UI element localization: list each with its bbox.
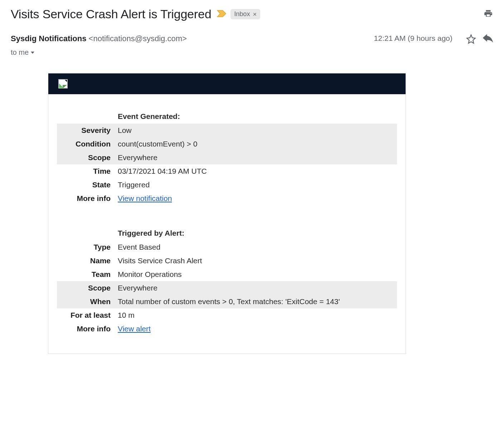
email-subject: Visits Service Crash Alert is Triggered — [11, 7, 211, 21]
event-moreinfo-row: More info View notification — [57, 192, 397, 205]
name-row: Name Visits Service Crash Alert — [57, 254, 397, 268]
event-more-label: More info — [57, 192, 114, 205]
email-time: 12:21 AM (9 hours ago) — [374, 34, 452, 43]
view-alert-link[interactable]: View alert — [118, 325, 151, 333]
print-icon[interactable] — [483, 9, 493, 20]
sender-email: <notifications@sysdig.com> — [89, 34, 187, 43]
alert-more-label: More info — [57, 322, 114, 336]
foratleast-label: For at least — [57, 308, 114, 322]
to-text: to me — [11, 48, 29, 57]
email-header: Visits Service Crash Alert is Triggered … — [11, 7, 493, 21]
broken-image-icon — [58, 79, 68, 88]
state-value: Triggered — [114, 178, 397, 192]
severity-value: Low — [114, 124, 397, 137]
foratleast-row: For at least 10 m — [57, 308, 397, 322]
sender-row: Sysdig Notifications <notifications@sysd… — [11, 34, 493, 45]
inbox-label[interactable]: Inbox × — [231, 9, 260, 19]
when-label: When — [57, 295, 114, 308]
event-scope-label: Scope — [57, 151, 114, 164]
condition-value: count(customEvent) > 0 — [114, 137, 397, 151]
email-body: Event Generated: Severity Low Condition … — [48, 73, 406, 354]
event-scope-row: Scope Everywhere — [57, 151, 397, 164]
alert-scope-row: Scope Everywhere — [57, 281, 397, 295]
chevron-down-icon — [31, 52, 34, 54]
alert-scope-label: Scope — [57, 281, 114, 295]
when-value: Total number of custom events > 0, Text … — [114, 295, 397, 308]
severity-label: Severity — [57, 124, 114, 137]
email-banner — [48, 73, 406, 94]
star-icon[interactable] — [466, 34, 476, 45]
inbox-label-text: Inbox — [234, 10, 250, 18]
view-notification-link[interactable]: View notification — [118, 194, 172, 202]
event-scope-value: Everywhere — [114, 151, 397, 164]
when-row: When Total number of custom events > 0, … — [57, 295, 397, 308]
event-heading-row: Event Generated: — [57, 109, 397, 124]
important-marker-icon[interactable] — [217, 10, 227, 19]
type-value: Event Based — [114, 240, 397, 254]
state-label: State — [57, 178, 114, 192]
type-label: Type — [57, 240, 114, 254]
time-value: 03/17/2021 04:19 AM UTC — [114, 164, 397, 178]
time-row: Time 03/17/2021 04:19 AM UTC — [57, 164, 397, 178]
condition-label: Condition — [57, 137, 114, 151]
type-row: Type Event Based — [57, 240, 397, 254]
sender-line: Sysdig Notifications <notifications@sysd… — [11, 34, 187, 43]
foratleast-value: 10 m — [114, 308, 397, 322]
event-heading: Event Generated: — [114, 109, 397, 124]
to-line[interactable]: to me — [11, 48, 493, 57]
sender-name[interactable]: Sysdig Notifications — [11, 34, 86, 43]
alert-table: Event Generated: Severity Low Condition … — [57, 109, 397, 336]
alert-scope-value: Everywhere — [114, 281, 397, 295]
remove-label-icon[interactable]: × — [253, 11, 257, 18]
severity-row: Severity Low — [57, 124, 397, 137]
state-row: State Triggered — [57, 178, 397, 192]
name-label: Name — [57, 254, 114, 268]
condition-row: Condition count(customEvent) > 0 — [57, 137, 397, 151]
name-value: Visits Service Crash Alert — [114, 254, 397, 268]
alert-heading-row: Triggered by Alert: — [57, 225, 397, 240]
reply-icon[interactable] — [483, 34, 493, 44]
team-label: Team — [57, 268, 114, 281]
team-row: Team Monitor Operations — [57, 268, 397, 281]
team-value: Monitor Operations — [114, 268, 397, 281]
alert-moreinfo-row: More info View alert — [57, 322, 397, 336]
alert-heading: Triggered by Alert: — [114, 225, 397, 240]
time-label: Time — [57, 164, 114, 178]
